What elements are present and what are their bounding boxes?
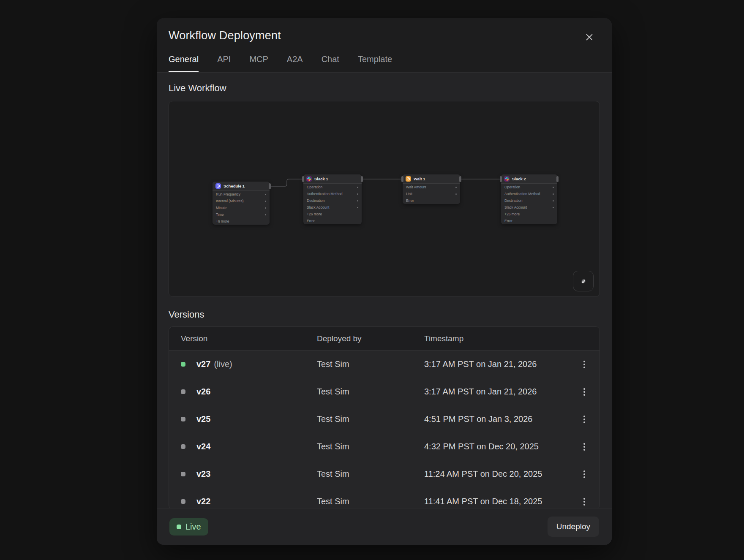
version-cell: v23: [181, 469, 317, 479]
output-handle[interactable]: [556, 176, 559, 182]
expand-workflow-button[interactable]: [573, 271, 594, 291]
deployed-by-cell: Test Sim: [317, 442, 424, 451]
wait-icon: [406, 176, 411, 182]
row-menu-button[interactable]: [581, 468, 588, 481]
version-cell: v27(live): [181, 359, 317, 369]
workflow-node-slack-1[interactable]: Slack 1OperationAuthentication MethodDes…: [303, 174, 362, 224]
input-handle[interactable]: [500, 176, 502, 182]
field-port-icon[interactable]: [553, 207, 554, 208]
row-menu-button[interactable]: [581, 358, 588, 371]
node-field-label: Interval (Minutes): [216, 199, 244, 203]
deployed-by-cell: Test Sim: [317, 469, 424, 479]
workflow-deployment-modal: Workflow Deployment GeneralAPIMCPA2AChat…: [157, 18, 612, 545]
node-field-label: Operation: [307, 185, 322, 189]
version-row-v24: v24Test Sim4:32 PM PST on Dec 20, 2025: [169, 433, 600, 460]
tab-template[interactable]: Template: [358, 54, 392, 72]
field-port-icon[interactable]: [265, 201, 266, 202]
version-cell: v24: [181, 442, 317, 451]
tab-api[interactable]: API: [217, 54, 231, 72]
row-menu-button[interactable]: [581, 440, 588, 453]
node-field: Operation: [303, 184, 362, 190]
field-port-icon[interactable]: [455, 193, 457, 195]
node-field-label: Error: [307, 219, 315, 223]
workflow-node-wait-1[interactable]: Wait 1Wait AmountUnitError: [403, 174, 460, 204]
tab-mcp[interactable]: MCP: [249, 54, 268, 72]
field-port-icon[interactable]: [455, 187, 457, 188]
field-port-icon[interactable]: [265, 194, 266, 195]
input-handle[interactable]: [302, 176, 304, 182]
versions-table: Version Deployed by Timestamp v27(live)T…: [169, 326, 600, 509]
node-field-label: +6 more: [216, 219, 229, 223]
node-header: Schedule 1: [213, 182, 270, 191]
timestamp-cell: 3:17 AM PST on Jan 21, 2026: [424, 387, 569, 397]
node-header: Wait 1: [403, 174, 460, 184]
close-button[interactable]: [582, 30, 597, 44]
node-field-label: Destination: [504, 198, 523, 203]
tab-chat[interactable]: Chat: [322, 54, 339, 72]
node-field-label: +26 more: [307, 212, 322, 216]
row-menu-button[interactable]: [581, 495, 588, 508]
tab-a2a[interactable]: A2A: [287, 54, 303, 72]
field-port-icon[interactable]: [357, 193, 358, 195]
live-version-dot-icon: [181, 362, 185, 367]
node-header: Slack 2: [501, 174, 557, 184]
timestamp-cell: 3:17 AM PST on Jan 21, 2026: [424, 359, 569, 369]
node-field: Interval (Minutes): [213, 198, 270, 204]
tab-bar: GeneralAPIMCPA2AChatTemplate: [169, 54, 600, 72]
row-menu-button[interactable]: [581, 386, 588, 398]
live-status-badge: Live: [169, 518, 208, 536]
node-field-label: Operation: [504, 185, 520, 189]
node-header: Slack 1: [303, 174, 362, 184]
node-title: Schedule 1: [223, 184, 245, 188]
node-field-label: Unit: [406, 192, 412, 196]
modal-title: Workflow Deployment: [169, 29, 281, 42]
field-port-icon[interactable]: [553, 187, 554, 188]
output-handle[interactable]: [269, 183, 271, 189]
version-dot-icon: [181, 472, 185, 476]
tab-general[interactable]: General: [169, 54, 199, 72]
deployed-by-cell: Test Sim: [317, 414, 424, 424]
node-title: Wait 1: [414, 177, 425, 181]
version-dot-icon: [181, 389, 185, 394]
workflow-node-slack-2[interactable]: Slack 2OperationAuthentication MethodDes…: [501, 174, 557, 224]
node-field-label: Wait Amount: [406, 185, 426, 189]
node-field: Error: [501, 217, 557, 224]
row-menu-button[interactable]: [581, 413, 588, 426]
output-handle[interactable]: [361, 176, 363, 182]
version-row-v27: v27(live)Test Sim3:17 AM PST on Jan 21, …: [169, 351, 600, 378]
node-field-label: Authentication Method: [504, 192, 540, 196]
version-label: v27(live): [196, 359, 232, 369]
node-field-label: Slack Account: [504, 205, 527, 209]
timestamp-cell: 4:51 PM PST on Jan 3, 2026: [424, 414, 569, 424]
slack-icon: [306, 176, 312, 182]
node-field: Error: [303, 217, 362, 224]
field-port-icon[interactable]: [357, 207, 358, 208]
column-header-version: Version: [181, 334, 317, 343]
column-header-timestamp: Timestamp: [424, 334, 569, 343]
node-field: Minute: [213, 204, 270, 211]
field-port-icon[interactable]: [553, 200, 554, 201]
field-port-icon[interactable]: [553, 193, 554, 195]
field-port-icon[interactable]: [357, 187, 358, 188]
node-field: Authentication Method: [303, 190, 362, 197]
node-field: Operation: [501, 184, 557, 190]
field-port-icon[interactable]: [357, 200, 358, 201]
version-label: v26: [196, 387, 210, 397]
undeploy-button[interactable]: Undeploy: [548, 517, 599, 537]
node-title: Slack 2: [512, 177, 526, 181]
node-field: Slack Account: [303, 204, 362, 211]
input-handle[interactable]: [401, 176, 403, 182]
deployed-by-cell: Test Sim: [317, 359, 424, 369]
field-port-icon[interactable]: [265, 207, 266, 209]
versions-table-body: v27(live)Test Sim3:17 AM PST on Jan 21, …: [169, 351, 600, 509]
version-dot-icon: [181, 417, 185, 421]
schedule-icon: [215, 183, 221, 189]
field-port-icon[interactable]: [265, 214, 266, 215]
modal-body: Live Workflow Schedule 1Run FrequencyInt…: [157, 83, 612, 509]
workflow-node-schedule-1[interactable]: Schedule 1Run FrequencyInterval (Minutes…: [213, 182, 270, 225]
workflow-preview-canvas[interactable]: Schedule 1Run FrequencyInterval (Minutes…: [169, 101, 600, 297]
node-field-label: Time: [216, 212, 224, 217]
version-row-v26: v26Test Sim3:17 AM PST on Jan 21, 2026: [169, 378, 600, 405]
output-handle[interactable]: [459, 176, 461, 182]
node-field: Run Frequency: [213, 191, 270, 198]
